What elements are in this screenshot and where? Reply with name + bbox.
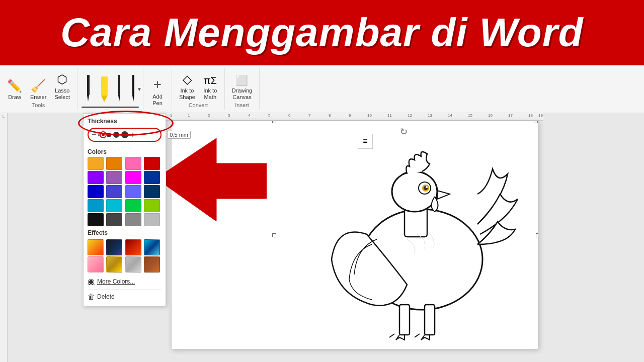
svg-rect-2: [101, 76, 108, 96]
lasso-icon: ⬡: [57, 72, 67, 86]
pen-black-icon: [83, 74, 94, 104]
delete-button[interactable]: 🗑 Delete: [88, 292, 162, 302]
drawing-canvas-icon: ⬜: [235, 74, 248, 86]
color-swatch-purple[interactable]: [106, 171, 122, 184]
effect-bronze[interactable]: [144, 256, 160, 273]
eraser-button[interactable]: 🧹 Eraser: [27, 77, 49, 102]
color-swatch-violet[interactable]: [88, 171, 104, 184]
ink-to-math-button[interactable]: πΣ Ink toMath: [200, 73, 220, 102]
color-swatch-yellow[interactable]: [88, 157, 104, 170]
color-swatch-cyan[interactable]: [106, 199, 122, 212]
pen-black[interactable]: [82, 73, 95, 105]
color-grid: [88, 157, 162, 226]
dropdown-panel: Thickness − + 0,5 mm Colors: [83, 113, 166, 306]
chicken-svg: [306, 124, 533, 345]
add-pen-button[interactable]: + AddPen: [147, 75, 168, 108]
color-swatch-medblue[interactable]: [106, 185, 122, 198]
svg-marker-12: [437, 191, 450, 199]
convert-group: ◇ Ink toShape πΣ Ink toMath Convert: [172, 68, 225, 110]
eraser-label: Eraser: [30, 94, 46, 101]
effect-silver[interactable]: [125, 256, 141, 273]
svg-marker-5: [118, 95, 120, 102]
pen-black2[interactable]: [114, 73, 125, 105]
left-ruler: L: [0, 113, 8, 362]
ink-to-shape-button[interactable]: ◇ Ink toShape: [176, 71, 198, 102]
color-swatch-darkblue[interactable]: [144, 171, 160, 184]
color-swatch-navy[interactable]: [144, 185, 160, 198]
color-swatch-darkgray[interactable]: [106, 213, 122, 226]
svg-rect-17: [399, 305, 410, 335]
left-ruler-marker: L: [3, 114, 5, 119]
add-pen-group: + AddPen: [143, 68, 172, 110]
drawing-canvas-button[interactable]: ⬜ DrawingCanvas: [229, 73, 255, 102]
lasso-label: Lasso Select: [54, 87, 70, 101]
more-colors-link[interactable]: ◉ More Colors...: [88, 276, 162, 287]
more-colors-label: More Colors...: [97, 278, 135, 285]
color-swatch-cerulean[interactable]: [88, 199, 104, 212]
color-swatch-lightgray[interactable]: [144, 213, 160, 226]
effect-pink[interactable]: [88, 256, 104, 273]
color-swatch-gray[interactable]: [125, 213, 141, 226]
selection-handle-top-center[interactable]: [272, 121, 276, 123]
delete-label: Delete: [97, 293, 115, 300]
thickness-decrease-button[interactable]: −: [92, 131, 96, 139]
color-swatch-red[interactable]: [144, 157, 160, 170]
tools-group: ✏️ Draw 🧹 Eraser ⬡ Lasso Select Tools: [0, 68, 77, 110]
svg-rect-0: [87, 75, 90, 95]
effect-galaxy[interactable]: [106, 239, 122, 255]
effect-red-lava[interactable]: [125, 239, 141, 255]
lasso-button[interactable]: ⬡ Lasso Select: [51, 71, 73, 102]
svg-rect-18: [425, 305, 435, 335]
drawing-canvas-label: DrawingCanvas: [232, 87, 252, 101]
thickness-row: − + 0,5 mm: [88, 128, 162, 142]
thickness-dot-2[interactable]: [102, 133, 105, 136]
effects-title: Effects: [88, 229, 162, 236]
thickness-dot-3[interactable]: [107, 133, 111, 137]
insert-group-label: Insert: [235, 102, 249, 110]
draw-button[interactable]: ✏️ Draw: [4, 77, 25, 102]
thickness-dot-1[interactable]: [98, 134, 100, 136]
document-canvas: ↻: [171, 121, 538, 349]
pens-group: ▼: [77, 68, 143, 110]
add-pen-label: AddPen: [152, 94, 163, 107]
svg-marker-1: [87, 95, 89, 102]
chicken-drawing: [276, 121, 538, 349]
ink-to-math-label: Ink toMath: [203, 87, 217, 101]
svg-marker-7: [132, 95, 134, 102]
pen-yellow[interactable]: [98, 73, 111, 105]
add-pen-icon: +: [153, 76, 162, 93]
effect-gold-foil[interactable]: [106, 256, 122, 273]
convert-items: ◇ Ink toShape πΣ Ink toMath: [176, 68, 220, 102]
selection-handle-top-right[interactable]: [534, 121, 538, 123]
ruler-ticks: -1 1 2 3 4 5 6 7 8 9 10 11 12 13 14 15 1…: [164, 113, 543, 120]
delete-icon: 🗑: [88, 293, 95, 301]
thickness-dot-5[interactable]: [121, 131, 128, 138]
draw-icon: ✏️: [7, 79, 22, 93]
effect-gold[interactable]: [88, 239, 104, 255]
thickness-value: 0,5 mm: [167, 131, 191, 139]
effect-teal[interactable]: [144, 239, 160, 255]
selection-handle-mid-right[interactable]: [536, 233, 538, 237]
svg-marker-3: [101, 96, 108, 102]
thickness-title: Thickness: [88, 118, 162, 125]
color-swatch-green[interactable]: [125, 199, 141, 212]
svg-rect-6: [132, 75, 134, 95]
color-swatch-pink[interactable]: [125, 157, 141, 170]
thickness-dot-4[interactable]: [113, 132, 119, 138]
add-pen-items: + AddPen: [147, 68, 168, 108]
eraser-icon: 🧹: [31, 79, 46, 93]
color-swatch-blue[interactable]: [88, 185, 104, 198]
pen-black2-icon: [115, 74, 124, 104]
insert-items: ⬜ DrawingCanvas: [229, 68, 255, 102]
svg-point-16: [426, 186, 428, 188]
thickness-increase-button[interactable]: +: [130, 131, 135, 139]
color-swatch-orange[interactable]: [106, 157, 122, 170]
color-swatch-magenta[interactable]: [125, 171, 141, 184]
color-swatch-cornflower[interactable]: [125, 185, 141, 198]
tools-items: ✏️ Draw 🧹 Eraser ⬡ Lasso Select: [4, 68, 73, 102]
sidebar-icon[interactable]: ≡: [358, 134, 373, 149]
selection-handle-mid-left[interactable]: [272, 233, 276, 237]
ink-to-math-icon: πΣ: [204, 75, 217, 86]
color-swatch-black[interactable]: [88, 213, 104, 226]
color-swatch-lime[interactable]: [144, 199, 160, 212]
